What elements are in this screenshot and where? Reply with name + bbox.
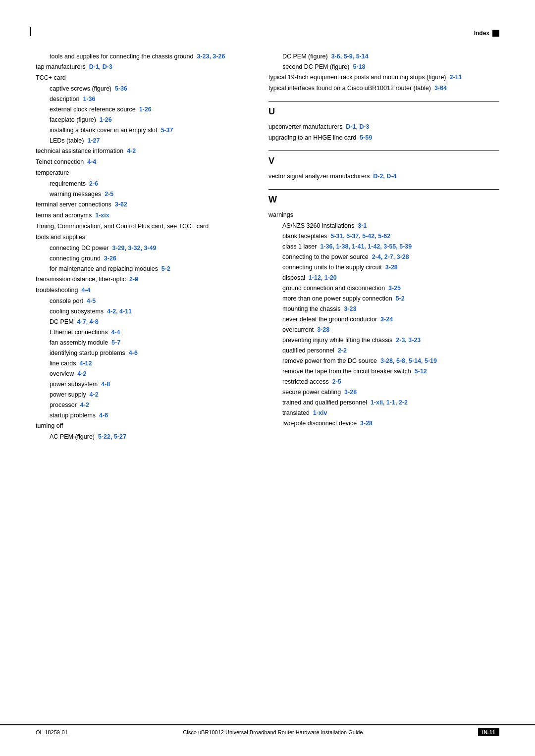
link[interactable]: 3-25 bbox=[388, 285, 401, 292]
right-column: DC PEM (figure) 3-6, 5-9, 5-14 second DC… bbox=[268, 51, 499, 442]
link[interactable]: 4-12 bbox=[79, 360, 92, 367]
list-item: installing a blank cover in an empty slo… bbox=[36, 125, 249, 135]
link[interactable]: 3-29, 3-32, 3-49 bbox=[112, 245, 156, 252]
list-item: troubleshooting 4-4 bbox=[36, 285, 249, 295]
list-item: connecting DC power 3-29, 3-32, 3-49 bbox=[36, 243, 249, 253]
link[interactable]: 1-36 bbox=[83, 96, 95, 102]
link[interactable]: 1-26 bbox=[100, 116, 112, 123]
list-item: mounting the chassis 3-23 bbox=[268, 304, 499, 314]
link[interactable]: D-1, D-3 bbox=[89, 63, 112, 70]
list-item: DC PEM 4-7, 4-8 bbox=[36, 317, 249, 327]
list-item: power supply 4-2 bbox=[36, 390, 249, 400]
link[interactable]: 4-4 bbox=[111, 329, 120, 336]
page-header: Index bbox=[36, 30, 499, 37]
link[interactable]: 4-7, 4-8 bbox=[77, 318, 99, 325]
link[interactable]: 4-2 bbox=[80, 402, 89, 408]
link[interactable]: 2-9 bbox=[129, 276, 138, 283]
link[interactable]: 5-37 bbox=[160, 127, 173, 134]
link[interactable]: 2-2 bbox=[338, 347, 347, 354]
list-item: TCC+ card bbox=[36, 73, 249, 83]
link[interactable]: 3-28 bbox=[317, 326, 329, 333]
list-item: Timing, Communication, and Control Plus … bbox=[36, 221, 249, 231]
link[interactable]: 3-1 bbox=[358, 222, 367, 229]
section-divider bbox=[268, 189, 499, 190]
link[interactable]: 1-xii, 1-1, 2-2 bbox=[371, 399, 408, 406]
section-letter-w: W bbox=[268, 195, 499, 205]
link[interactable]: 3-23, 3-26 bbox=[197, 53, 225, 60]
list-item: external clock reference source 1-26 bbox=[36, 104, 249, 114]
link[interactable]: 4-6 bbox=[99, 412, 108, 419]
list-item: for maintenance and replacing modules 5-… bbox=[36, 264, 249, 274]
left-border-marker bbox=[30, 27, 31, 36]
link[interactable]: 2-4, 2-7, 3-28 bbox=[372, 253, 409, 260]
link[interactable]: 5-59 bbox=[360, 134, 372, 141]
link[interactable]: 1-12, 1-20 bbox=[309, 274, 337, 281]
link[interactable]: 3-28, 5-8, 5-14, 5-19 bbox=[380, 357, 437, 364]
list-item: line cards 4-12 bbox=[36, 358, 249, 368]
link[interactable]: 4-4 bbox=[81, 287, 90, 294]
list-item: tools and supplies for connecting the ch… bbox=[36, 51, 249, 61]
list-item: connecting units to the supply circuit 3… bbox=[268, 262, 499, 272]
link[interactable]: 5-2 bbox=[396, 295, 405, 302]
link[interactable]: 4-4 bbox=[87, 158, 96, 165]
link[interactable]: 4-2 bbox=[90, 391, 99, 398]
link[interactable]: 2-5 bbox=[105, 191, 113, 198]
link[interactable]: 4-8 bbox=[101, 381, 110, 388]
list-item: typical 19-Inch equipment rack posts and… bbox=[268, 72, 499, 82]
list-item: power subsystem 4-8 bbox=[36, 379, 249, 389]
list-item: trained and qualified personnel 1-xii, 1… bbox=[268, 398, 499, 407]
link[interactable]: 4-2 bbox=[77, 370, 86, 377]
link[interactable]: 3-24 bbox=[380, 316, 393, 323]
link[interactable]: 2-3, 3-23 bbox=[396, 337, 421, 344]
link[interactable]: 5-2 bbox=[161, 265, 170, 272]
header-bar-icon bbox=[492, 30, 499, 37]
list-item: typical interfaces found on a Cisco uBR1… bbox=[268, 83, 499, 93]
list-item: second DC PEM (figure) 5-18 bbox=[268, 62, 499, 72]
section-divider bbox=[268, 101, 499, 101]
link[interactable]: 4-2, 4-11 bbox=[107, 308, 132, 315]
link[interactable]: 2-5 bbox=[332, 378, 341, 385]
link[interactable]: 3-64 bbox=[434, 85, 447, 92]
list-item: Ethernet connections 4-4 bbox=[36, 327, 249, 337]
link[interactable]: 3-62 bbox=[115, 201, 127, 208]
link[interactable]: 2-6 bbox=[89, 180, 98, 187]
link[interactable]: 5-31, 5-37, 5-42, 5-62 bbox=[330, 233, 390, 240]
link[interactable]: 5-18 bbox=[353, 63, 365, 70]
list-item: remove the tape from the circuit breaker… bbox=[268, 366, 499, 376]
link[interactable]: 4-2 bbox=[127, 148, 136, 154]
link[interactable]: 1-27 bbox=[87, 137, 100, 144]
link[interactable]: 1-xiv bbox=[313, 409, 327, 416]
section-letter-u: U bbox=[268, 106, 499, 117]
list-item: warnings bbox=[268, 210, 499, 220]
list-item: LEDs (table) 1-27 bbox=[36, 136, 249, 146]
link[interactable]: 3-6, 5-9, 5-14 bbox=[331, 53, 369, 60]
list-item: tools and supplies bbox=[36, 232, 249, 242]
link[interactable]: 5-36 bbox=[115, 85, 127, 92]
link[interactable]: 4-6 bbox=[129, 350, 138, 356]
list-item: translated 1-xiv bbox=[268, 408, 499, 418]
list-item: tap manufacturers D-1, D-3 bbox=[36, 62, 249, 72]
list-item: requirements 2-6 bbox=[36, 179, 249, 189]
link[interactable]: 3-26 bbox=[104, 255, 116, 262]
list-item: turning off bbox=[36, 421, 249, 431]
list-item: captive screws (figure) 5-36 bbox=[36, 84, 249, 94]
link[interactable]: 3-28 bbox=[385, 264, 398, 271]
link[interactable]: 1-26 bbox=[139, 106, 152, 113]
link[interactable]: 4-5 bbox=[87, 298, 96, 304]
list-item: AS/NZS 3260 installations 3-1 bbox=[268, 221, 499, 231]
link[interactable]: 1-xix bbox=[95, 212, 109, 219]
link[interactable]: 2-11 bbox=[449, 74, 462, 81]
link[interactable]: 5-22, 5-27 bbox=[98, 433, 126, 440]
list-item: AC PEM (figure) 5-22, 5-27 bbox=[36, 432, 249, 442]
link[interactable]: 3-28 bbox=[344, 389, 357, 396]
link[interactable]: 5-12 bbox=[415, 368, 427, 375]
footer-title: Cisco uBR10012 Universal Broadband Route… bbox=[68, 729, 478, 735]
link[interactable]: D-1, D-3 bbox=[346, 123, 369, 130]
link[interactable]: 3-23 bbox=[344, 305, 356, 312]
link[interactable]: 3-28 bbox=[360, 420, 373, 427]
list-item: technical assistance information 4-2 bbox=[36, 146, 249, 156]
link[interactable]: D-2, D-4 bbox=[373, 173, 396, 180]
list-item: temperature bbox=[36, 168, 249, 178]
link[interactable]: 1-36, 1-38, 1-41, 1-42, 3-55, 5-39 bbox=[320, 243, 412, 250]
link[interactable]: 5-7 bbox=[111, 339, 120, 346]
